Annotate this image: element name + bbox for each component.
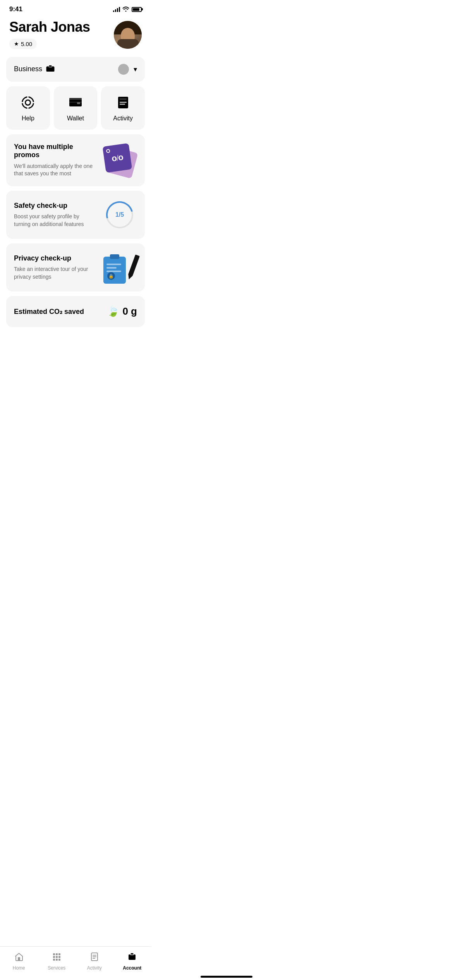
safety-progress-text: 1/5 [115, 211, 124, 218]
safety-text: Safety check-up Boost your safety profil… [14, 202, 94, 228]
co2-title: Estimated CO₂ saved [14, 307, 84, 316]
leaf-icon: 🍃 [107, 305, 119, 317]
co2-value: 🍃 0 g [107, 305, 137, 317]
promos-subtitle: We'll automatically apply the one that s… [14, 163, 94, 178]
wallet-icon [69, 96, 82, 110]
business-selector[interactable]: Business ▾ [6, 57, 145, 82]
business-selector-left: Business [14, 65, 55, 74]
promos-text: You have multiple promos We'll automatic… [14, 143, 94, 178]
action-activity[interactable]: Activity [101, 86, 145, 130]
svg-rect-13 [120, 104, 125, 105]
svg-rect-12 [120, 102, 127, 103]
briefcase-icon [46, 65, 55, 74]
help-label: Help [22, 115, 34, 122]
co2-card[interactable]: Estimated CO₂ saved 🍃 0 g [6, 296, 145, 327]
promos-visual: o/o [102, 145, 137, 176]
svg-rect-8 [77, 102, 80, 104]
action-help[interactable]: Help [6, 86, 50, 130]
safety-title: Safety check-up [14, 202, 94, 210]
safety-card[interactable]: Safety check-up Boost your safety profil… [6, 191, 145, 239]
avatar[interactable] [114, 21, 142, 49]
header: Sarah Jonas ★ 5.00 [0, 16, 151, 55]
promos-title: You have multiple promos [14, 143, 94, 159]
privacy-card[interactable]: Privacy check-up Take an interactive tou… [6, 243, 145, 291]
header-left: Sarah Jonas ★ 5.00 [9, 19, 90, 49]
svg-rect-0 [46, 67, 54, 72]
battery-icon [132, 7, 142, 12]
chevron-down-icon: ▾ [134, 65, 137, 74]
rating-value: 5.00 [21, 41, 32, 47]
safety-visual: 1/5 [102, 199, 137, 230]
status-icons [113, 6, 142, 13]
privacy-subtitle: Take an interactive tour of your privacy… [14, 266, 94, 281]
status-bar: 9:41 [0, 0, 151, 16]
star-icon: ★ [14, 41, 19, 47]
activity-icon [116, 96, 130, 110]
privacy-title: Privacy check-up [14, 254, 94, 263]
action-wallet[interactable]: Wallet [54, 86, 98, 130]
promos-card[interactable]: You have multiple promos We'll automatic… [6, 134, 145, 186]
svg-rect-14 [120, 98, 127, 100]
help-icon [21, 96, 35, 110]
user-name: Sarah Jonas [9, 19, 90, 35]
rating-badge: ★ 5.00 [9, 39, 37, 49]
privacy-visual: 🔒 [102, 252, 137, 283]
status-time: 9:41 [9, 5, 22, 13]
business-selector-right: ▾ [118, 64, 137, 75]
safety-subtitle: Boost your safety profile by turning on … [14, 213, 94, 228]
svg-rect-7 [69, 98, 82, 100]
privacy-text: Privacy check-up Take an interactive tou… [14, 254, 94, 281]
svg-rect-5 [69, 99, 82, 102]
signal-icon [113, 7, 120, 12]
activity-label: Activity [113, 115, 133, 122]
status-dot [118, 64, 129, 75]
quick-actions: Help Wallet [0, 86, 151, 130]
wifi-icon [122, 6, 129, 13]
co2-amount: 0 g [122, 305, 137, 317]
wallet-label: Wallet [67, 115, 84, 122]
business-label: Business [14, 65, 42, 73]
